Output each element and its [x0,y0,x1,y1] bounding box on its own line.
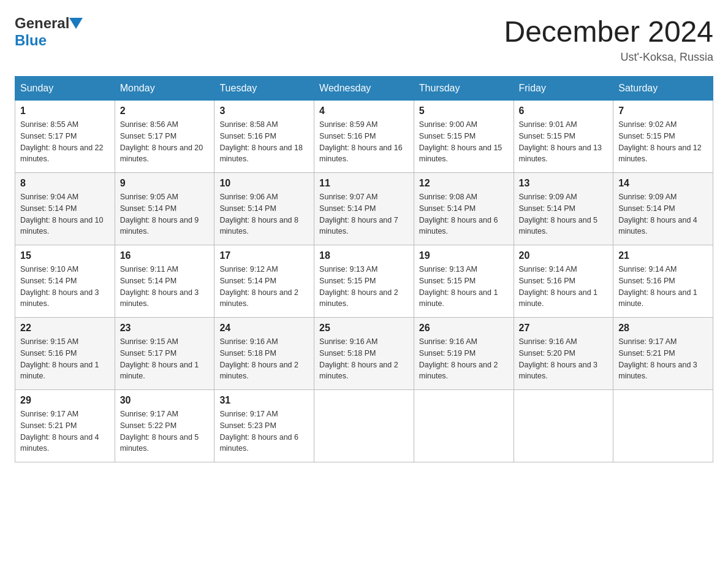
calendar-cell: 22Sunrise: 9:15 AMSunset: 5:16 PMDayligh… [15,318,115,390]
calendar-header-thursday: Thursday [414,77,514,101]
day-number: 18 [319,250,409,261]
calendar-week-row: 22Sunrise: 9:15 AMSunset: 5:16 PMDayligh… [15,318,713,390]
calendar-cell: 10Sunrise: 9:06 AMSunset: 5:14 PMDayligh… [214,173,314,245]
day-number: 17 [219,250,309,261]
day-info: Sunrise: 9:08 AMSunset: 5:14 PMDaylight:… [419,191,509,237]
calendar-cell [514,390,613,462]
day-info: Sunrise: 9:17 AMSunset: 5:23 PMDaylight:… [219,408,309,454]
day-info: Sunrise: 9:11 AMSunset: 5:14 PMDaylight:… [120,264,210,310]
calendar-cell: 13Sunrise: 9:09 AMSunset: 5:14 PMDayligh… [514,173,613,245]
calendar-cell: 11Sunrise: 9:07 AMSunset: 5:14 PMDayligh… [314,173,414,245]
calendar-cell [414,390,514,462]
calendar-header-tuesday: Tuesday [214,77,314,101]
calendar-cell: 21Sunrise: 9:14 AMSunset: 5:16 PMDayligh… [613,245,713,318]
calendar-week-row: 15Sunrise: 9:10 AMSunset: 5:14 PMDayligh… [15,245,713,318]
calendar-cell: 15Sunrise: 9:10 AMSunset: 5:14 PMDayligh… [15,245,115,318]
day-info: Sunrise: 9:09 AMSunset: 5:14 PMDaylight:… [618,191,708,237]
day-number: 29 [20,395,110,406]
location: Ust'-Koksa, Russia [504,51,713,64]
day-number: 24 [219,323,309,334]
calendar-cell: 7Sunrise: 9:02 AMSunset: 5:15 PMDaylight… [613,101,713,173]
day-number: 22 [20,323,110,334]
day-info: Sunrise: 8:55 AMSunset: 5:17 PMDaylight:… [20,119,110,165]
day-number: 19 [419,250,509,261]
calendar-cell: 12Sunrise: 9:08 AMSunset: 5:14 PMDayligh… [414,173,514,245]
calendar-cell: 16Sunrise: 9:11 AMSunset: 5:14 PMDayligh… [115,245,214,318]
day-info: Sunrise: 9:15 AMSunset: 5:16 PMDaylight:… [20,336,110,382]
calendar-cell: 1Sunrise: 8:55 AMSunset: 5:17 PMDaylight… [15,101,115,173]
calendar-table: SundayMondayTuesdayWednesdayThursdayFrid… [15,76,713,462]
calendar-cell: 6Sunrise: 9:01 AMSunset: 5:15 PMDaylight… [514,101,613,173]
calendar-cell: 30Sunrise: 9:17 AMSunset: 5:22 PMDayligh… [115,390,214,462]
day-number: 7 [618,105,708,117]
logo: General Blue [15,15,83,49]
calendar-header-sunday: Sunday [15,77,115,101]
day-number: 12 [419,178,509,189]
calendar-cell: 17Sunrise: 9:12 AMSunset: 5:14 PMDayligh… [214,245,314,318]
day-number: 1 [20,105,110,117]
day-info: Sunrise: 9:10 AMSunset: 5:14 PMDaylight:… [20,264,110,310]
calendar-cell [613,390,713,462]
day-number: 27 [519,323,609,334]
day-info: Sunrise: 9:12 AMSunset: 5:14 PMDaylight:… [219,264,309,310]
day-number: 25 [319,323,409,334]
calendar-cell: 20Sunrise: 9:14 AMSunset: 5:16 PMDayligh… [514,245,613,318]
day-number: 15 [20,250,110,261]
day-number: 23 [120,323,210,334]
calendar-header-monday: Monday [115,77,214,101]
calendar-header-saturday: Saturday [613,77,713,101]
calendar-cell: 2Sunrise: 8:56 AMSunset: 5:17 PMDaylight… [115,101,214,173]
day-number: 2 [120,105,210,117]
calendar-cell: 5Sunrise: 9:00 AMSunset: 5:15 PMDaylight… [414,101,514,173]
calendar-header-wednesday: Wednesday [314,77,414,101]
day-info: Sunrise: 9:17 AMSunset: 5:21 PMDaylight:… [20,408,110,454]
page-header: General Blue December 2024 Ust'-Koksa, R… [15,15,713,64]
day-number: 28 [618,323,708,334]
day-info: Sunrise: 9:15 AMSunset: 5:17 PMDaylight:… [120,336,210,382]
day-number: 5 [419,105,509,117]
calendar-cell: 4Sunrise: 8:59 AMSunset: 5:16 PMDaylight… [314,101,414,173]
month-title: December 2024 [504,15,713,48]
calendar-cell: 9Sunrise: 9:05 AMSunset: 5:14 PMDaylight… [115,173,214,245]
calendar-week-row: 8Sunrise: 9:04 AMSunset: 5:14 PMDaylight… [15,173,713,245]
calendar-cell: 24Sunrise: 9:16 AMSunset: 5:18 PMDayligh… [214,318,314,390]
calendar-cell: 26Sunrise: 9:16 AMSunset: 5:19 PMDayligh… [414,318,514,390]
day-number: 16 [120,250,210,261]
calendar-cell: 28Sunrise: 9:17 AMSunset: 5:21 PMDayligh… [613,318,713,390]
day-info: Sunrise: 9:14 AMSunset: 5:16 PMDaylight:… [519,264,609,310]
calendar-cell: 25Sunrise: 9:16 AMSunset: 5:18 PMDayligh… [314,318,414,390]
day-info: Sunrise: 9:16 AMSunset: 5:19 PMDaylight:… [419,336,509,382]
calendar-cell [314,390,414,462]
day-number: 20 [519,250,609,261]
day-number: 26 [419,323,509,334]
day-info: Sunrise: 9:01 AMSunset: 5:15 PMDaylight:… [519,119,609,165]
day-number: 9 [120,178,210,189]
day-number: 3 [219,105,309,117]
day-info: Sunrise: 9:05 AMSunset: 5:14 PMDaylight:… [120,191,210,237]
calendar-week-row: 29Sunrise: 9:17 AMSunset: 5:21 PMDayligh… [15,390,713,462]
day-number: 8 [20,178,110,189]
day-info: Sunrise: 9:17 AMSunset: 5:22 PMDaylight:… [120,408,210,454]
day-info: Sunrise: 9:14 AMSunset: 5:16 PMDaylight:… [618,264,708,310]
day-number: 13 [519,178,609,189]
day-number: 21 [618,250,708,261]
day-info: Sunrise: 9:16 AMSunset: 5:18 PMDaylight:… [219,336,309,382]
calendar-week-row: 1Sunrise: 8:55 AMSunset: 5:17 PMDaylight… [15,101,713,173]
day-number: 31 [219,395,309,406]
title-section: December 2024 Ust'-Koksa, Russia [504,15,713,64]
day-info: Sunrise: 9:13 AMSunset: 5:15 PMDaylight:… [319,264,409,310]
day-info: Sunrise: 9:00 AMSunset: 5:15 PMDaylight:… [419,119,509,165]
calendar-cell: 23Sunrise: 9:15 AMSunset: 5:17 PMDayligh… [115,318,214,390]
day-info: Sunrise: 9:17 AMSunset: 5:21 PMDaylight:… [618,336,708,382]
day-info: Sunrise: 9:16 AMSunset: 5:18 PMDaylight:… [319,336,409,382]
day-info: Sunrise: 8:58 AMSunset: 5:16 PMDaylight:… [219,119,309,165]
day-info: Sunrise: 9:07 AMSunset: 5:14 PMDaylight:… [319,191,409,237]
calendar-cell: 29Sunrise: 9:17 AMSunset: 5:21 PMDayligh… [15,390,115,462]
day-number: 14 [618,178,708,189]
day-number: 4 [319,105,409,117]
logo-blue: Blue [15,32,47,49]
logo-triangle-icon [69,18,83,29]
calendar-cell: 14Sunrise: 9:09 AMSunset: 5:14 PMDayligh… [613,173,713,245]
calendar-cell: 19Sunrise: 9:13 AMSunset: 5:15 PMDayligh… [414,245,514,318]
svg-marker-0 [69,18,83,29]
